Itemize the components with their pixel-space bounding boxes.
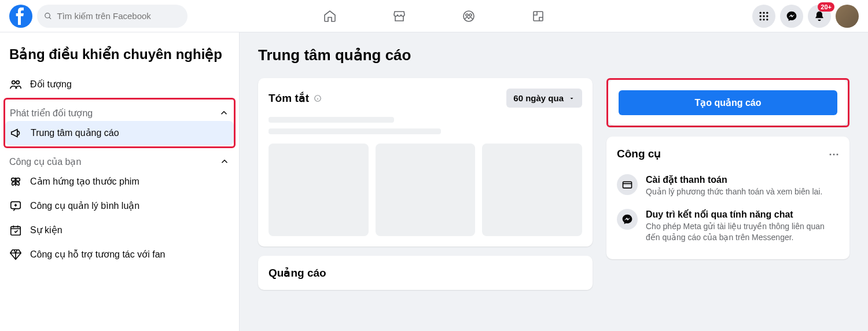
- nav-home[interactable]: [297, 0, 362, 32]
- info-icon: [314, 94, 322, 102]
- messenger-button[interactable]: [780, 5, 803, 28]
- card-icon: [621, 179, 633, 190]
- svg-point-7: [763, 12, 764, 13]
- page-title: Trung tâm quảng cáo: [258, 46, 849, 64]
- marketplace-icon: [392, 9, 406, 23]
- bell-icon: [814, 10, 825, 22]
- nav-marketplace[interactable]: [367, 0, 432, 32]
- facebook-logo[interactable]: [9, 5, 32, 28]
- groups-icon: [462, 9, 476, 23]
- sidebar-item-events[interactable]: Sự kiện: [5, 218, 234, 242]
- svg-point-4: [469, 14, 472, 16]
- svg-point-2: [464, 11, 474, 21]
- tool-label: Duy trì kết nối qua tính năng chat: [646, 209, 839, 220]
- menu-button[interactable]: [752, 5, 775, 28]
- sidebar-item-comments[interactable]: Công cụ quản lý bình luận: [5, 194, 234, 218]
- ads-card: Quảng cáo: [258, 256, 593, 290]
- megaphone-icon: [10, 127, 23, 139]
- svg-rect-5: [534, 12, 543, 21]
- comment-plus-icon: [9, 200, 22, 212]
- messenger-icon: [786, 10, 797, 22]
- sidebar-item-fan-tools[interactable]: Công cụ hỗ trợ tương tác với fan: [5, 242, 234, 267]
- section-grow-audience[interactable]: Phát triển đối tượng: [5, 101, 234, 121]
- top-header: 20+: [0, 0, 868, 32]
- tool-label: Cài đặt thanh toán: [646, 174, 822, 185]
- diamond-icon: [9, 248, 22, 261]
- section-label: Phát triển đối tượng: [10, 108, 93, 119]
- summary-title: Tóm tắt: [269, 91, 322, 105]
- svg-point-8: [766, 12, 768, 13]
- sidebar-item-label: Công cụ hỗ trợ tương tác với fan: [30, 249, 165, 260]
- svg-point-12: [760, 19, 762, 20]
- more-button[interactable]: ⋯: [829, 148, 839, 160]
- home-icon: [323, 9, 337, 23]
- notification-badge: 20+: [818, 2, 834, 12]
- tool-chat[interactable]: Duy trì kết nối qua tính năng chat Cho p…: [617, 203, 839, 249]
- sidebar-item-label: Trung tâm quảng cáo: [31, 127, 119, 138]
- sidebar: Bảng điều khiển chuyên nghiệp Đối tượng …: [0, 32, 240, 331]
- section-label: Công cụ của bạn: [9, 156, 81, 167]
- people-icon: [9, 78, 22, 91]
- create-ad-button[interactable]: Tạo quảng cáo: [619, 90, 837, 115]
- tool-payment[interactable]: Cài đặt thanh toán Quản lý phương thức t…: [617, 168, 839, 203]
- sidebar-item-label: Công cụ quản lý bình luận: [30, 200, 139, 211]
- svg-point-6: [760, 12, 762, 13]
- svg-point-13: [763, 19, 764, 20]
- chevron-up-icon: [219, 108, 229, 118]
- chevron-up-icon: [219, 156, 230, 167]
- nav-center: [297, 0, 571, 32]
- avatar[interactable]: [836, 5, 859, 28]
- svg-point-3: [466, 14, 468, 16]
- svg-point-9: [760, 15, 762, 17]
- messenger-icon: [621, 214, 633, 225]
- svg-point-0: [45, 13, 50, 17]
- highlight-grow-section: Phát triển đối tượng Trung tâm quảng cáo: [3, 98, 236, 148]
- header-right: 20+: [752, 5, 859, 28]
- tools-card: Công cụ ⋯ Cài đặt thanh toán Quản lý phư…: [606, 137, 849, 259]
- date-range-dropdown[interactable]: 60 ngày qua: [506, 89, 582, 108]
- main-content: Trung tâm quảng cáo Tóm tắt 60 ngày qua: [240, 32, 868, 331]
- notifications-button[interactable]: 20+: [808, 5, 831, 28]
- gaming-icon: [531, 9, 545, 23]
- create-ad-card: Tạo quảng cáo: [608, 80, 848, 126]
- sidebar-item-ad-center[interactable]: Trung tâm quảng cáo: [5, 121, 234, 145]
- tool-desc: Cho phép Meta gửi tài liệu truyền thông …: [646, 221, 839, 243]
- search-icon: [44, 12, 52, 21]
- calendar-icon: [9, 224, 22, 237]
- nav-gaming[interactable]: [506, 0, 571, 32]
- svg-point-15: [12, 80, 15, 84]
- sidebar-item-label: Đối tượng: [30, 79, 72, 90]
- svg-rect-20: [623, 182, 632, 188]
- highlight-create-ad: Tạo quảng cáo: [606, 78, 849, 127]
- search-input[interactable]: [57, 11, 181, 21]
- sidebar-item-label: Sự kiện: [30, 225, 62, 236]
- svg-point-10: [763, 15, 764, 17]
- sidebar-title: Bảng điều khiển chuyên nghiệp: [5, 42, 234, 72]
- summary-card: Tóm tắt 60 ngày qua: [258, 78, 593, 247]
- svg-line-1: [49, 17, 51, 19]
- skeleton-loader: [269, 117, 582, 134]
- svg-rect-18: [11, 226, 21, 235]
- tools-title: Công cụ: [617, 147, 661, 160]
- section-your-tools[interactable]: Công cụ của bạn: [5, 149, 234, 170]
- nav-groups[interactable]: [436, 0, 501, 32]
- skeleton-cards: [269, 144, 582, 236]
- svg-point-14: [766, 19, 768, 20]
- search-box[interactable]: [37, 5, 187, 28]
- sidebar-item-label: Cảm hứng tạo thước phim: [30, 176, 139, 187]
- svg-point-16: [16, 80, 19, 84]
- tool-desc: Quản lý phương thức thanh toán và xem bi…: [646, 186, 822, 197]
- dropdown-label: 60 ngày qua: [513, 93, 564, 103]
- svg-point-11: [766, 15, 768, 17]
- caret-down-icon: [568, 95, 575, 102]
- grid-icon: [758, 10, 770, 22]
- sidebar-item-inspiration[interactable]: Cảm hứng tạo thước phim: [5, 170, 234, 194]
- sidebar-item-audience[interactable]: Đối tượng: [5, 72, 234, 97]
- butterfly-icon: [9, 175, 22, 188]
- ads-title: Quảng cáo: [269, 266, 582, 279]
